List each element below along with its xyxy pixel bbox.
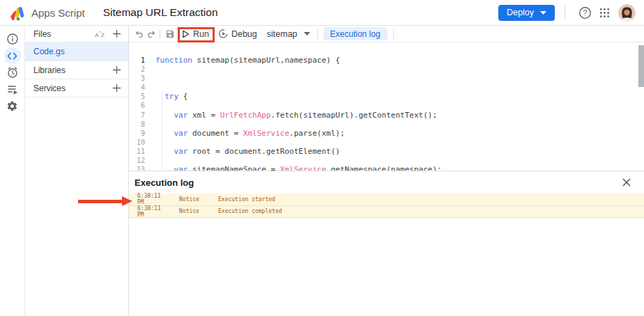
redo-icon — [147, 30, 156, 38]
code-text: var document = XmlService.parse(xml); — [155, 129, 345, 138]
close-log-button[interactable] — [619, 175, 634, 190]
execution-log-button[interactable]: Execution log — [323, 27, 388, 40]
editor-scrollbar[interactable] — [638, 45, 644, 87]
help-icon: ? — [578, 6, 592, 19]
file-name: Code.gs — [33, 47, 65, 56]
app-header: Apps Script Sitemap URL Extraction Deplo… — [0, 0, 644, 26]
code-line[interactable]: 1function sitemap(sitemapUrl,namespace) … — [129, 56, 644, 65]
alarm-clock-icon — [6, 66, 19, 79]
code-line[interactable]: 10 — [129, 138, 644, 147]
apps-grid-icon — [599, 7, 611, 19]
left-rail — [0, 26, 25, 316]
files-header-label: Files — [33, 29, 51, 39]
add-service-button[interactable] — [112, 84, 121, 93]
code-text: var root = document.getRootElement() — [155, 147, 340, 156]
sidebar-section-services[interactable]: Services — [25, 79, 128, 97]
file-item-code-gs[interactable]: Code.gs — [25, 42, 128, 61]
log-entries: 6:38:11 PMNoticeExecution started6:38:11… — [129, 193, 644, 218]
execution-log-header: Execution log — [129, 171, 644, 193]
code-line[interactable]: 7 var xml = UrlFetchApp.fetch(sitemapUrl… — [129, 111, 644, 120]
info-icon — [6, 33, 19, 45]
app-name: Apps Script — [31, 7, 85, 19]
add-library-button[interactable] — [112, 65, 121, 74]
project-settings-button[interactable] — [4, 97, 21, 114]
log-level: Notice — [179, 208, 204, 214]
chevron-down-icon — [540, 11, 546, 15]
redo-button[interactable] — [146, 30, 157, 38]
run-button-label: Run — [193, 29, 209, 39]
log-msg: Execution started — [218, 196, 275, 203]
editor-button[interactable] — [4, 47, 21, 64]
sort-az-icon: A Z — [95, 30, 105, 38]
log-level: Notice — [179, 196, 204, 203]
execution-log-panel: Execution log 6:38:11 PMNoticeExecution … — [129, 171, 644, 316]
libraries-label: Libraries — [33, 65, 66, 75]
log-entry: 6:38:11 PMNoticeExecution started — [129, 193, 644, 206]
execution-log-button-label: Execution log — [330, 29, 381, 39]
execution-log-title: Execution log — [135, 177, 194, 188]
toolbar-divider — [393, 29, 394, 39]
code-line[interactable]: 9 var document = XmlService.parse(xml); — [129, 129, 644, 138]
help-button[interactable]: ? — [575, 3, 595, 22]
line-number: 4 — [129, 83, 145, 92]
line-number: 5 — [129, 92, 145, 101]
svg-text:Z: Z — [101, 31, 105, 38]
files-panel: Files A Z Code.gs Libraries — [25, 26, 129, 316]
code-line[interactable]: 4 — [129, 83, 644, 92]
toolbar-divider — [317, 29, 318, 39]
play-icon — [182, 30, 190, 38]
deploy-button[interactable]: Deploy — [498, 5, 555, 21]
code-line[interactable]: 13 var sitemapNameSpace = XmlService.get… — [129, 165, 644, 171]
line-number: 8 — [129, 120, 145, 129]
log-time: 6:38:11 PM — [137, 205, 171, 218]
code-line[interactable]: 2 — [129, 65, 644, 74]
code-line[interactable]: 12 — [129, 156, 644, 165]
code-lines: 1function sitemap(sitemapUrl,namespace) … — [129, 42, 644, 171]
code-line[interactable]: 6 — [129, 101, 644, 110]
header-divider — [565, 6, 565, 19]
sidebar-section-libraries[interactable]: Libraries — [25, 61, 128, 79]
close-icon — [622, 178, 631, 187]
function-selector-dropdown[interactable]: sitemap — [267, 29, 310, 39]
line-number: 2 — [129, 65, 145, 74]
save-button[interactable] — [164, 29, 175, 39]
log-msg: Execution completed — [218, 208, 282, 214]
chevron-down-icon — [304, 32, 310, 35]
code-text: try { — [155, 92, 187, 101]
line-number: 7 — [129, 111, 145, 120]
overview-button[interactable] — [4, 31, 21, 47]
line-number: 9 — [129, 129, 145, 138]
executions-button[interactable] — [4, 81, 21, 97]
line-number: 13 — [129, 165, 145, 171]
code-line[interactable]: 11 var root = document.getRootElement() — [129, 147, 644, 156]
gear-icon — [6, 100, 18, 112]
plus-icon — [112, 65, 121, 74]
code-line[interactable]: 8 — [129, 120, 644, 129]
debug-button[interactable]: Debug — [219, 29, 257, 39]
project-title[interactable]: Sitemap URL Extraction — [103, 6, 218, 19]
sort-files-button[interactable]: A Z — [95, 30, 105, 38]
undo-button[interactable] — [133, 30, 144, 38]
triggers-button[interactable] — [4, 64, 21, 81]
add-file-button[interactable] — [112, 29, 121, 38]
run-button[interactable]: Run — [182, 29, 209, 39]
user-avatar[interactable] — [618, 4, 636, 22]
line-number: 11 — [129, 147, 145, 156]
line-number: 3 — [129, 74, 145, 83]
log-entry: 6:38:11 PMNoticeExecution completed — [129, 206, 644, 219]
debug-button-label: Debug — [231, 29, 257, 39]
code-editor[interactable]: 1function sitemap(sitemapUrl,namespace) … — [129, 42, 644, 171]
line-number: 6 — [129, 101, 145, 110]
svg-text:A: A — [95, 31, 99, 38]
toolbar-divider — [160, 29, 160, 39]
code-line[interactable]: 5 try { — [129, 92, 644, 101]
services-label: Services — [33, 84, 66, 93]
apps-script-logo-icon — [10, 5, 26, 21]
apps-script-window: Apps Script Sitemap URL Extraction Deplo… — [0, 0, 644, 316]
files-header: Files A Z — [25, 26, 128, 42]
svg-text:?: ? — [583, 8, 587, 17]
code-line[interactable]: 3 — [129, 74, 644, 83]
code-text: var sitemapNameSpace = XmlService.getNam… — [155, 165, 442, 171]
code-text: var xml = UrlFetchApp.fetch(sitemapUrl).… — [155, 111, 437, 120]
google-apps-button[interactable] — [595, 3, 614, 22]
